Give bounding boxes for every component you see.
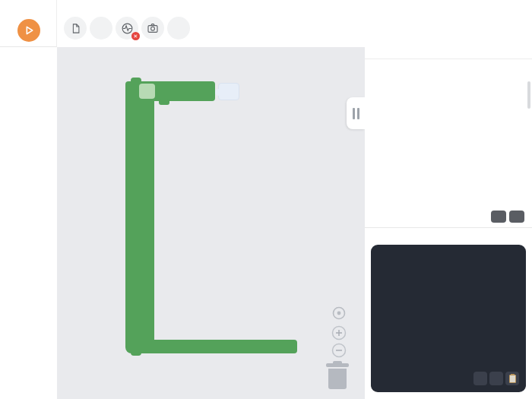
toolbar-icons: ✕ [64,17,190,40]
font-smaller-button[interactable] [491,211,506,223]
terminal-buttons [473,372,519,385]
view-code-button[interactable] [167,17,190,40]
play-icon [23,24,35,36]
code-font-buttons [491,211,524,223]
new-file-button[interactable] [64,17,87,40]
camera-icon [147,22,159,34]
right-panel [365,47,532,399]
repeat-block-header[interactable] [125,81,215,101]
app-window: ✕ [0,0,532,399]
terminal-font-larger-button[interactable] [489,372,503,385]
code-scrollbar[interactable] [527,81,530,109]
monitor-button[interactable]: ✕ [116,17,138,40]
generated-code-header [365,59,532,76]
settings-button[interactable] [90,17,112,40]
true-value-block[interactable] [218,83,239,100]
font-larger-button[interactable] [509,211,524,223]
screenshot-button[interactable] [141,17,164,40]
pulse-icon [121,22,134,35]
run-button[interactable] [17,19,40,42]
panel-menu-row [365,47,532,59]
trash-button[interactable] [326,361,349,390]
console-header [365,228,532,245]
category-sidebar [0,47,57,399]
disconnected-badge-icon: ✕ [131,32,140,40]
repeat-block-spine[interactable] [125,101,154,340]
drag-handle-icon [353,108,355,119]
block-workspace[interactable] [57,47,365,399]
zoom-reset-button[interactable] [331,305,347,321]
document-icon [70,23,81,34]
advanced-mode-toggle[interactable] [0,47,57,71]
terminal-copy-button[interactable] [505,372,519,385]
console-terminal [371,245,526,392]
zoom-out-button[interactable] [331,342,347,359]
clipboard-icon [509,375,516,383]
repeat-block-bottom[interactable] [125,340,297,353]
zoom-in-button[interactable] [331,325,347,341]
plus-icon [336,330,342,336]
terminal-font-smaller-button[interactable] [473,372,487,385]
while-dropdown[interactable] [139,84,155,99]
do-label [125,101,154,107]
drag-handle-icon [357,108,359,119]
panel-collapse-handle[interactable] [347,97,365,129]
top-toolbar: ✕ [0,0,532,47]
